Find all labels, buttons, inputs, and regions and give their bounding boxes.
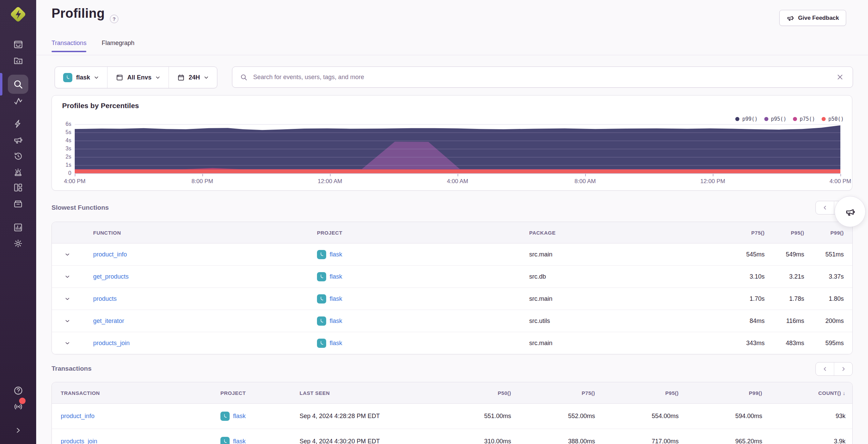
y-axis-label: 3s (54, 146, 71, 152)
clear-search-icon[interactable] (834, 71, 847, 84)
legend-item-p50[interactable]: p50() (822, 116, 844, 122)
prev-page-button[interactable] (816, 201, 834, 214)
tab-flamegraph[interactable]: Flamegraph (102, 40, 134, 52)
slowest-function-row: productsflasksrc.main1.70s1.78s1.80s (52, 287, 852, 310)
date-range-filter[interactable]: 24H (169, 67, 217, 88)
x-axis-label: 4:00 PM (64, 178, 85, 185)
transaction-link[interactable]: products_join (61, 438, 97, 444)
y-axis-label: 6s (54, 121, 71, 127)
sidebar (0, 0, 36, 444)
col-project: PROJECT (220, 390, 300, 396)
function-link[interactable]: product_info (93, 251, 127, 258)
package-cell: src.main (529, 340, 722, 347)
expand-chevron-icon[interactable] (8, 421, 28, 440)
whats-new-broadcast-icon[interactable] (8, 397, 28, 416)
flask-project-icon (220, 437, 230, 444)
project-cell: flask (220, 412, 300, 421)
col-p75[interactable]: P75() (511, 390, 595, 396)
function-link[interactable]: get_iterator (93, 317, 124, 324)
legend-item-p99[interactable]: p99() (735, 116, 757, 122)
legend-label: p75() (800, 116, 815, 122)
flask-project-icon (317, 316, 326, 326)
project-link[interactable]: flask (233, 413, 246, 420)
transactions-title: Transactions (52, 365, 91, 372)
package-cell: src.utils (529, 317, 722, 325)
transaction-row: products_joinflaskSep 4, 2024 4:30:20 PM… (52, 429, 852, 444)
slowest-function-row: products_joinflasksrc.main343ms483ms595m… (52, 332, 852, 354)
col-last-seen: LAST SEEN (300, 390, 436, 396)
legend-item-p95[interactable]: p95() (764, 116, 786, 122)
last-seen-cell: Sep 4, 2024 4:30:20 PM EDT (300, 438, 436, 444)
function-link[interactable]: products (93, 295, 117, 302)
legend-item-p75[interactable]: p75() (793, 116, 815, 122)
project-link[interactable]: flask (330, 273, 342, 280)
col-p95[interactable]: P95() (765, 230, 804, 236)
project-link[interactable]: flask (330, 295, 342, 302)
chart-legend: p99()p95()p75()p50() (735, 116, 844, 122)
p75-cell: 343ms (722, 340, 765, 347)
y-axis-label: 4s (54, 137, 71, 144)
x-axis-label: 12:00 AM (318, 178, 342, 185)
project-link[interactable]: flask (330, 317, 342, 325)
slowest-function-row: product_infoflasksrc.main545ms549ms551ms (52, 243, 852, 265)
x-axis-label: 12:00 PM (700, 178, 725, 185)
environment-filter[interactable]: All Envs (107, 67, 169, 88)
profiling-page: Profiling ? Give Feedback Transactions F… (0, 0, 868, 444)
prev-page-button[interactable] (816, 362, 834, 375)
slowest-function-row: get_productsflasksrc.db3.10s3.21s3.37s (52, 265, 852, 287)
col-count-sorted[interactable]: COUNT()↓ (762, 390, 853, 396)
y-axis-label: 5s (54, 129, 71, 135)
col-project: PROJECT (317, 230, 529, 236)
col-p99[interactable]: P99() (679, 390, 762, 396)
releases-icon[interactable] (8, 194, 28, 213)
col-p50[interactable]: P50() (436, 390, 511, 396)
col-p75[interactable]: P75() (722, 230, 765, 236)
p99-cell: 595ms (804, 340, 853, 347)
window-icon (116, 74, 124, 82)
legend-label: p50() (828, 116, 844, 122)
legend-dot (735, 117, 739, 121)
expand-row-chevron-icon[interactable] (52, 252, 83, 257)
transaction-row: product_infoflaskSep 4, 2024 4:28:28 PM … (52, 404, 852, 429)
project-cell: flask (317, 294, 529, 304)
project-link[interactable]: flask (233, 438, 246, 444)
next-page-button[interactable] (834, 362, 852, 375)
transactions-table: TRANSACTION PROJECT LAST SEEN P50() P75(… (52, 382, 853, 444)
project-filter[interactable]: flask (55, 67, 107, 88)
y-axis-label: 1s (54, 162, 71, 168)
function-link[interactable]: get_products (93, 273, 129, 280)
expand-row-chevron-icon[interactable] (52, 340, 83, 346)
count-cell: 3.9k (762, 438, 853, 444)
expand-row-chevron-icon[interactable] (52, 318, 83, 324)
legend-dot (764, 117, 768, 121)
legend-label: p99() (742, 116, 757, 122)
settings-gear-icon[interactable] (8, 234, 28, 253)
expand-row-chevron-icon[interactable] (52, 296, 83, 302)
performance-icon[interactable] (8, 91, 28, 110)
megaphone-icon (845, 206, 856, 217)
col-transaction: TRANSACTION (52, 390, 220, 396)
col-p99[interactable]: P99() (804, 230, 853, 236)
y-axis-label: 0 (54, 170, 71, 176)
projects-icon[interactable] (8, 51, 28, 70)
sentry-logo[interactable] (9, 5, 27, 23)
col-function: FUNCTION (83, 230, 317, 236)
y-axis-label: 2s (54, 154, 71, 160)
transaction-link[interactable]: product_info (61, 413, 95, 419)
p75-cell: 545ms (722, 251, 765, 258)
search-input[interactable] (252, 73, 834, 81)
x-axis-label: 8:00 AM (575, 178, 596, 185)
legend-dot (793, 117, 797, 121)
p95-cell: 717.00ms (595, 438, 679, 444)
x-axis-label: 4:00 AM (447, 178, 468, 185)
package-cell: src.db (529, 273, 722, 280)
tab-transactions[interactable]: Transactions (52, 40, 86, 52)
project-link[interactable]: flask (330, 340, 342, 347)
chart-title: Profiles by Percentiles (62, 102, 139, 110)
col-p95[interactable]: P95() (595, 390, 679, 396)
project-link[interactable]: flask (330, 251, 342, 258)
function-link[interactable]: products_join (93, 340, 130, 346)
floating-feedback-button[interactable] (835, 196, 866, 227)
package-cell: src.main (529, 295, 722, 302)
expand-row-chevron-icon[interactable] (52, 274, 83, 280)
